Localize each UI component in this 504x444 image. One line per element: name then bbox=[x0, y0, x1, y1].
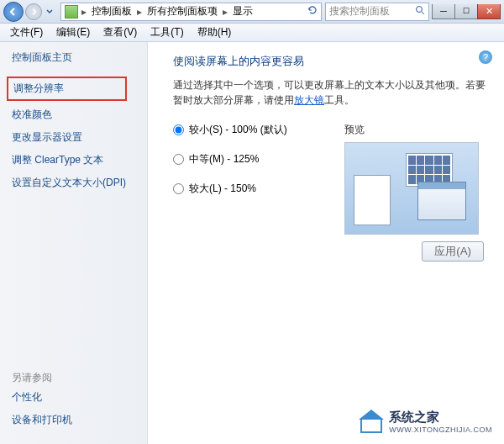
option-label: 较大(L) - 150% bbox=[189, 182, 256, 196]
preview-label: 预览 bbox=[344, 123, 487, 137]
menubar: 文件(F) 编辑(E) 查看(V) 工具(T) 帮助(H) bbox=[0, 24, 504, 42]
radio-small[interactable] bbox=[173, 124, 184, 135]
radio-medium[interactable] bbox=[173, 154, 184, 165]
preview-column: 预览 bbox=[344, 123, 487, 235]
help-icon[interactable]: ? bbox=[479, 50, 492, 64]
menu-file[interactable]: 文件(F) bbox=[5, 24, 48, 41]
titlebar: ▸ 控制面板 ▸ 所有控制面板项 ▸ 显示 搜索控制面板 ─ ☐ ✕ bbox=[0, 0, 504, 24]
sidebar-link-cleartype[interactable]: 调整 ClearType 文本 bbox=[12, 153, 135, 167]
menu-tools[interactable]: 工具(T) bbox=[145, 24, 188, 41]
preview-image bbox=[344, 142, 479, 235]
sidebar-link-custom-dpi[interactable]: 设置自定义文本大小(DPI) bbox=[12, 176, 135, 190]
maximize-button[interactable]: ☐ bbox=[454, 4, 478, 19]
refresh-button[interactable] bbox=[307, 5, 318, 18]
breadcrumb-item[interactable]: 所有控制面板项 bbox=[145, 4, 219, 18]
option-medium[interactable]: 中等(M) - 125% bbox=[173, 152, 344, 166]
sidebar: 控制面板主页 调整分辨率 校准颜色 更改显示器设置 调整 ClearType 文… bbox=[0, 42, 148, 444]
window-controls: ─ ☐ ✕ bbox=[433, 4, 501, 19]
radio-large[interactable] bbox=[173, 183, 184, 194]
option-small[interactable]: 较小(S) - 100% (默认) bbox=[173, 123, 344, 137]
size-options: 较小(S) - 100% (默认) 中等(M) - 125% 较大(L) - 1… bbox=[173, 123, 344, 235]
content-area: 控制面板主页 调整分辨率 校准颜色 更改显示器设置 调整 ClearType 文… bbox=[0, 42, 504, 444]
arrow-left-icon bbox=[8, 7, 18, 17]
search-placeholder: 搜索控制面板 bbox=[329, 4, 390, 18]
minimize-button[interactable]: ─ bbox=[432, 4, 455, 19]
address-bar[interactable]: ▸ 控制面板 ▸ 所有控制面板项 ▸ 显示 bbox=[60, 3, 322, 21]
control-panel-icon bbox=[65, 5, 78, 18]
chevron-right-icon: ▸ bbox=[137, 6, 142, 18]
menu-view[interactable]: 查看(V) bbox=[98, 24, 142, 41]
chevron-right-icon: ▸ bbox=[223, 6, 228, 18]
svg-point-0 bbox=[417, 7, 423, 13]
search-icon bbox=[415, 5, 425, 18]
page-description: 通过选择其中一个选项，可以更改屏幕上的文本大小以及其他项。若要暂时放大部分屏幕，… bbox=[173, 77, 487, 108]
option-label: 中等(M) - 125% bbox=[189, 152, 259, 166]
watermark-url: WWW.XITONGZHIJIA.COM bbox=[389, 426, 492, 434]
sidebar-link-personalization[interactable]: 个性化 bbox=[12, 390, 135, 404]
breadcrumb-item[interactable]: 显示 bbox=[231, 4, 255, 18]
nav-history-dropdown[interactable] bbox=[44, 8, 55, 15]
search-input[interactable]: 搜索控制面板 bbox=[325, 3, 429, 21]
apply-button[interactable]: 应用(A) bbox=[422, 241, 484, 262]
main-panel: ? 使阅读屏幕上的内容更容易 通过选择其中一个选项，可以更改屏幕上的文本大小以及… bbox=[148, 42, 504, 444]
refresh-icon bbox=[307, 5, 318, 15]
watermark-brand: 系统之家 bbox=[389, 410, 439, 424]
watermark: 系统之家 WWW.XITONGZHIJIA.COM bbox=[359, 410, 492, 434]
menu-edit[interactable]: 编辑(E) bbox=[51, 24, 95, 41]
option-large[interactable]: 较大(L) - 150% bbox=[173, 182, 344, 196]
breadcrumb-item[interactable]: 控制面板 bbox=[90, 4, 134, 18]
page-title: 使阅读屏幕上的内容更容易 bbox=[173, 54, 487, 69]
chevron-right-icon: ▸ bbox=[81, 6, 87, 18]
nav-back-button[interactable] bbox=[3, 2, 24, 22]
sidebar-link-resolution[interactable]: 调整分辨率 bbox=[7, 77, 127, 101]
magnifier-link[interactable]: 放大镜 bbox=[294, 94, 324, 106]
sidebar-home-link[interactable]: 控制面板主页 bbox=[12, 50, 135, 65]
watermark-logo-icon bbox=[359, 411, 384, 433]
sidebar-see-also-label: 另请参阅 bbox=[12, 371, 135, 385]
nav-forward-button[interactable] bbox=[25, 3, 42, 20]
option-label: 较小(S) - 100% (默认) bbox=[189, 123, 287, 137]
sidebar-link-devices[interactable]: 设备和打印机 bbox=[12, 413, 135, 427]
menu-help[interactable]: 帮助(H) bbox=[192, 24, 237, 41]
sidebar-link-display-settings[interactable]: 更改显示器设置 bbox=[12, 130, 135, 145]
arrow-right-icon bbox=[29, 8, 38, 16]
sidebar-link-calibrate[interactable]: 校准颜色 bbox=[12, 108, 135, 122]
close-button[interactable]: ✕ bbox=[477, 4, 501, 19]
chevron-down-icon bbox=[46, 8, 53, 15]
